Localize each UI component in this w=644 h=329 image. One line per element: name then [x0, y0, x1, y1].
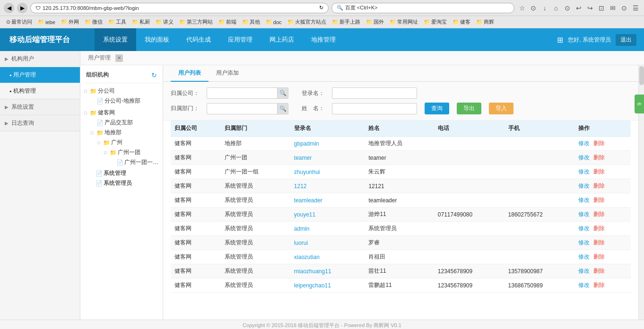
login-link[interactable]: teamer — [294, 155, 312, 161]
login-link[interactable]: gbpadmin — [294, 140, 319, 147]
bookmark-kitchen[interactable]: 📁私厨 — [130, 17, 152, 26]
delete-button[interactable]: 删除 — [593, 182, 605, 189]
green-badge[interactable]: 6 — [635, 95, 644, 113]
company-search-button[interactable]: 🔍 — [277, 87, 288, 99]
bookmark-other[interactable]: 📁其他 — [240, 17, 262, 26]
breadcrumb-close-button[interactable]: ✕ — [115, 54, 123, 62]
nav-item-system-settings[interactable]: 系统设置 — [95, 28, 136, 51]
bookmark-wechat[interactable]: 📁微信 — [82, 17, 105, 26]
bookmark-frontend[interactable]: 📁前端 — [216, 17, 239, 26]
home-icon[interactable]: ⌂ — [551, 3, 561, 13]
tree-node-sysadmin2-row[interactable]: 📄 系统管理员 — [82, 178, 161, 188]
cell-login[interactable]: 1212 — [290, 179, 365, 193]
reload-icon[interactable]: ↻ — [319, 5, 323, 11]
bookmark-icon[interactable]: ⊙ — [529, 3, 538, 13]
dept-input[interactable] — [207, 103, 278, 114]
nav-item-app-mgmt[interactable]: 应用管理 — [219, 28, 261, 51]
cell-login[interactable]: gbpadmin — [290, 137, 365, 151]
nav-item-my-panel[interactable]: 我的面板 — [136, 28, 178, 51]
tree-node-jiankewang-row[interactable]: □ 📁 健客网 — [82, 108, 161, 118]
bookmark-most-visited[interactable]: ⊙ 最常访问 — [4, 17, 35, 26]
login-link[interactable]: 1212 — [294, 183, 307, 190]
modify-button[interactable]: 修改 — [578, 211, 590, 217]
cell-login[interactable]: teamer — [290, 151, 365, 165]
delete-button[interactable]: 删除 — [593, 268, 605, 274]
menu-icon[interactable]: ☰ — [631, 3, 640, 13]
bookmark-iebe[interactable]: 📁iebe — [35, 18, 58, 26]
screenshot-icon[interactable]: ⊡ — [597, 3, 606, 13]
login-link[interactable]: zhuyunhui — [294, 169, 320, 175]
bookmark-shanghui[interactable]: 📁商辉 — [474, 17, 496, 26]
tree-node-gz1-row[interactable]: □ 📁 广州一团 — [102, 147, 161, 157]
login-link[interactable]: miaozhuang11 — [294, 268, 331, 275]
tree-node-gz1g-row[interactable]: 📄 广州一团一… — [109, 157, 161, 167]
cell-login[interactable]: teamleader — [290, 193, 365, 208]
modify-button[interactable]: 修改 — [578, 182, 590, 189]
modify-button[interactable]: 修改 — [578, 282, 590, 288]
modify-button[interactable]: 修改 — [578, 140, 590, 147]
sync-icon[interactable]: ⊙ — [563, 3, 572, 13]
back-icon[interactable]: ↩ — [574, 3, 583, 13]
grid-icon[interactable]: ⊞ — [557, 35, 563, 44]
delete-button[interactable]: 删除 — [593, 239, 605, 246]
tree-node-guangzhou-row[interactable]: □ 📁 广州 — [96, 138, 161, 147]
forward-button[interactable]: ▶ — [17, 3, 27, 13]
bookmark-external[interactable]: 📁外网 — [59, 17, 81, 26]
delete-button[interactable]: 删除 — [593, 140, 605, 147]
cell-login[interactable]: miaozhuang11 — [290, 264, 365, 278]
nav-item-code-gen[interactable]: 代码生成 — [178, 28, 219, 51]
tree-node-product-row[interactable]: 📄 产品交互部 — [89, 118, 161, 128]
cell-login[interactable]: youye11 — [290, 208, 365, 222]
sidebar-group-log-header[interactable]: ▶ 日志查询 — [0, 115, 80, 131]
modify-button[interactable]: 修改 — [578, 253, 590, 260]
logout-button[interactable]: 退出 — [616, 34, 636, 46]
avatar-icon[interactable]: ⊙ — [619, 3, 629, 13]
sidebar-item-user-management[interactable]: ▪ 用户管理 — [0, 67, 80, 83]
export-button[interactable]: 导出 — [457, 103, 481, 114]
login-link[interactable]: leipengchao11 — [294, 282, 331, 289]
nav-item-pharmacy[interactable]: 网上药店 — [261, 28, 303, 51]
modify-button[interactable]: 修改 — [578, 168, 590, 175]
bookmark-overseas[interactable]: 📁国外 — [364, 17, 386, 26]
download-icon[interactable]: ↓ — [540, 3, 549, 13]
tree-node-branch-row[interactable]: □ 📁 分公司 — [82, 86, 161, 96]
bookmark-taobao[interactable]: 📁爱淘宝 — [421, 17, 449, 26]
delete-button[interactable]: 删除 — [593, 168, 605, 175]
delete-button[interactable]: 删除 — [593, 197, 605, 203]
tree-node-promotion-row[interactable]: □ 📁 地推部 — [89, 128, 161, 138]
login-link[interactable]: teamleader — [294, 197, 322, 204]
modify-button[interactable]: 修改 — [578, 225, 590, 232]
import-button[interactable]: 导入 — [489, 103, 513, 114]
cell-login[interactable]: zhuyunhui — [290, 165, 365, 179]
bookmark-common-sites[interactable]: 📁常用网址 — [387, 17, 420, 26]
modify-button[interactable]: 修改 — [578, 154, 590, 161]
login-link[interactable]: luorui — [294, 240, 308, 246]
sidebar-group-institution-header[interactable]: ▶ 机构用户 — [0, 51, 80, 67]
bookmark-newbie[interactable]: 📁新手上路 — [330, 17, 363, 26]
delete-button[interactable]: 删除 — [593, 282, 605, 288]
tab-user-list[interactable]: 用户列表 — [171, 65, 209, 82]
dept-search-button[interactable]: 🔍 — [277, 103, 288, 114]
query-button[interactable]: 查询 — [425, 103, 449, 114]
cell-login[interactable]: leipengchao11 — [290, 278, 365, 293]
delete-button[interactable]: 删除 — [593, 225, 605, 232]
forward-icon[interactable]: ↪ — [585, 3, 595, 13]
cell-login[interactable]: luorui — [290, 236, 365, 250]
tab-user-add[interactable]: 用户添加 — [209, 65, 246, 82]
bookmark-thirdparty[interactable]: 📁第三方网站 — [177, 17, 215, 26]
sidebar-group-sys-settings-header[interactable]: ▶ 系统设置 — [0, 99, 80, 115]
bookmark-lectures[interactable]: 📁讲义 — [153, 17, 176, 26]
bookmark-doc[interactable]: 📁doc — [263, 18, 284, 26]
login-link[interactable]: youye11 — [294, 211, 315, 218]
bookmark-firefox[interactable]: 📁火狐官方站点 — [285, 17, 329, 26]
login-input[interactable] — [332, 87, 417, 99]
company-input[interactable] — [207, 87, 278, 99]
bookmark-jiankewang[interactable]: 📁健客 — [450, 17, 473, 26]
back-button[interactable]: ◀ — [4, 3, 14, 13]
bookmark-tools[interactable]: 📁工具 — [106, 17, 129, 26]
cell-login[interactable]: xiaozutian — [290, 250, 365, 264]
tree-node-sysadmin-row[interactable]: 📄 系统管理 — [82, 168, 161, 178]
delete-button[interactable]: 删除 — [593, 211, 605, 217]
mail-icon[interactable]: ✉ — [608, 3, 618, 13]
sidebar-item-org-management[interactable]: ▪ 机构管理 — [0, 83, 80, 99]
